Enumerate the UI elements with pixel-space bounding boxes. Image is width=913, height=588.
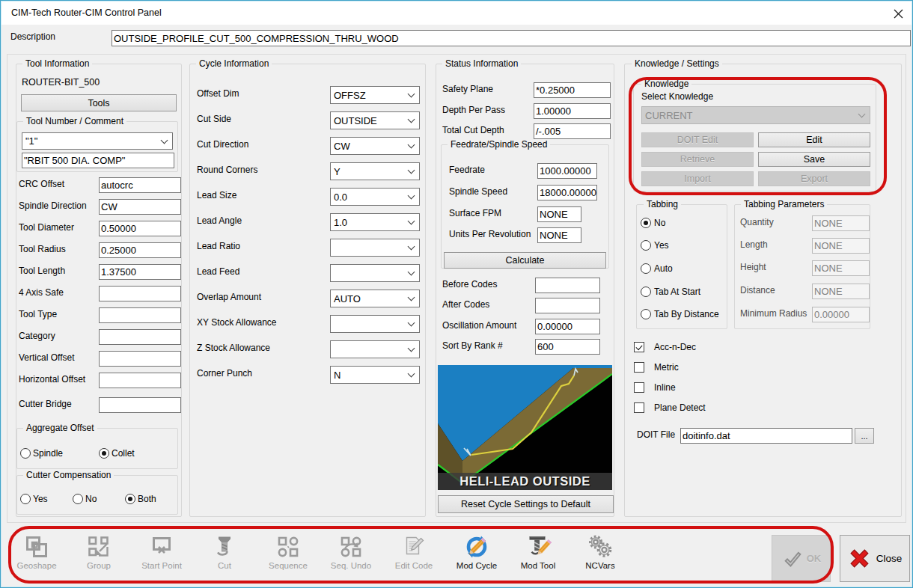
field-tool-type-input[interactable] [99,307,181,323]
param-height-input[interactable]: NONE [812,260,870,276]
knowledge-doit-edit-button[interactable]: DOIT Edit [641,132,754,147]
field-4-axis-safe-label: 4 Axis Safe [19,288,64,298]
field-lead-feed-combo[interactable] [330,264,420,282]
select-knowledge-combo[interactable]: CURRENT [641,106,870,124]
field-offset-dim-label: Offset Dim [197,89,239,99]
chevron-down-icon [406,290,419,307]
radio-aggregate-collet-label: Collet [112,449,135,459]
field-corner-punch-combo[interactable]: N [330,366,420,384]
tools-button[interactable]: Tools [21,94,177,111]
knowledge-import-button[interactable]: Import [641,171,754,186]
field-crc-offset-input[interactable]: autocrc [99,177,181,193]
toolbar-item-geoshape-label: Geoshape [16,561,56,570]
radio-aggregate-spindle[interactable] [20,448,31,459]
toolbar-item-cut[interactable]: Cut [193,533,256,574]
field-spindle-direction-input[interactable]: CW [99,199,181,215]
field-tool-radius-input[interactable]: 0.25000 [99,242,181,258]
field-before-codes-input[interactable] [535,278,600,293]
checkbox-metric[interactable] [634,362,644,373]
field-depth-per-pass-input[interactable]: 1.00000 [534,103,611,119]
toolbar-item-group[interactable]: Group [67,533,130,574]
field-total-cut-depth-input[interactable]: /-.005 [534,123,611,139]
window-close-icon[interactable] [893,8,903,19]
tool-comment-input[interactable]: "RBIT 500 DIA. COMP" [22,153,174,168]
knowledge-edit-button[interactable]: Edit [758,132,870,147]
checkbox-inline[interactable] [634,382,644,393]
radio-tabbing-no[interactable] [641,218,651,228]
radio-tabbing-tab-by-distance[interactable] [641,309,651,319]
field-surface-fpm-input[interactable]: NONE [537,206,581,222]
chevron-down-icon [856,107,870,123]
reset-cycle-button[interactable]: Reset Cycle Settings to Default [438,495,614,513]
doit-file-browse-button[interactable]: ... [855,428,874,444]
radio-aggregate-collet[interactable] [99,448,109,459]
radio-cutter-comp-yes[interactable] [20,494,31,504]
radio-tabbing-yes[interactable] [641,240,651,251]
field-vertical-offset-input[interactable] [99,351,181,367]
field-units-per-revolution-input[interactable]: NONE [537,227,581,243]
field-4-axis-safe-input[interactable] [99,286,181,301]
field-spindle-speed-input[interactable]: 18000.00000 [537,185,597,200]
param-minimum-radius-label: Minimum Radius [740,309,807,319]
geoshape-icon [24,533,49,560]
toolbar-item-start-point[interactable]: Start Point [130,533,193,574]
radio-tabbing-yes-label: Yes [654,241,669,251]
window-title: CIM-Tech Router-CIM Control Panel [11,8,162,18]
field-lead-ratio-combo[interactable] [330,239,420,257]
radio-cutter-comp-both[interactable] [125,494,135,504]
field-cut-direction-combo[interactable]: CW [330,137,420,155]
field-cut-side-combo[interactable]: OUTSIDE [330,111,420,129]
knowledge-save-button[interactable]: Save [758,152,870,167]
param-distance-input[interactable]: NONE [812,284,870,299]
field-sort-by-rank-input[interactable]: 600 [535,339,600,355]
field-z-stock-allowance-combo[interactable] [330,340,420,358]
param-length-input[interactable]: NONE [812,238,870,254]
knowledge-export-button[interactable]: Export [758,171,870,186]
tool-information-group-title: Tool Information [22,59,92,69]
radio-cutter-comp-no[interactable] [73,494,83,504]
field-lead-angle-label: Lead Angle [197,216,242,226]
param-height-label: Height [740,263,766,272]
field-category-input[interactable] [99,329,181,345]
chevron-down-icon [406,138,419,154]
field-cutter-bridge-input[interactable] [99,397,181,413]
doit-file-input[interactable]: doitinfo.dat [680,428,852,444]
ok-check-icon [781,548,804,570]
toolbar-item-mod-cycle[interactable]: Mod Cycle [445,533,508,574]
toolbar-item-sequence[interactable]: Sequence [257,533,320,574]
field-overlap-amount-combo[interactable]: AUTO [330,290,420,307]
radio-tabbing-tab-at-start[interactable] [641,287,651,297]
checkbox-plane-detect[interactable] [634,402,644,413]
field-oscillation-amount-input[interactable]: 0.00000 [535,319,600,334]
toolbar-item-geoshape[interactable]: Geoshape [5,533,68,574]
field-safety-plane-input[interactable]: *0.25000 [534,82,611,98]
ok-button[interactable]: OK [772,535,831,582]
toolbar-item-ncvars[interactable]: NCVars [569,533,632,574]
description-input[interactable]: OUTSIDE_PROFILE_CUT_500_COMPRESSION_THRU… [112,30,911,46]
field-corner-punch-label: Corner Punch [197,369,252,379]
field-round-corners-combo[interactable]: Y [330,162,420,180]
close-button[interactable]: Close [840,535,910,582]
status-information-group-title: Status Information [442,59,521,69]
toolbar-item-mod-tool[interactable]: Mod Tool [507,533,570,574]
radio-tabbing-auto[interactable] [641,263,651,274]
field-horizontal-offset-input[interactable] [99,373,181,388]
field-lead-size-combo[interactable]: 0.0 [330,188,420,206]
tool-number-combo[interactable]: "1" [22,132,173,150]
field-feedrate-input[interactable]: 1000.00000 [537,163,597,179]
field-after-codes-input[interactable] [535,298,600,313]
calculate-button[interactable]: Calculate [444,252,606,269]
checkbox-acc-n-dec[interactable] [634,342,644,352]
field-tool-length-input[interactable]: 1.37500 [99,264,181,280]
knowledge-retrieve-button[interactable]: Retrieve [641,152,754,167]
feedrate-spindle-group-title: Feedrate/Spindle Speed [448,140,550,150]
toolbar-item-seq-undo[interactable]: Seq. Undo [320,533,382,574]
field-tool-diameter-input[interactable]: 0.50000 [99,221,181,236]
param-minimum-radius-input[interactable]: 0.00000 [812,307,870,322]
toolbar-item-edit-code[interactable]: Edit Code [382,533,445,574]
field-xy-stock-allowance-combo[interactable] [330,315,420,333]
field-lead-angle-combo[interactable]: 1.0 [330,213,420,231]
field-offset-dim-combo[interactable]: OFFSZ [330,86,420,104]
param-quantity-input[interactable]: NONE [812,215,870,231]
field-surface-fpm-label: Surface FPM [449,209,501,218]
